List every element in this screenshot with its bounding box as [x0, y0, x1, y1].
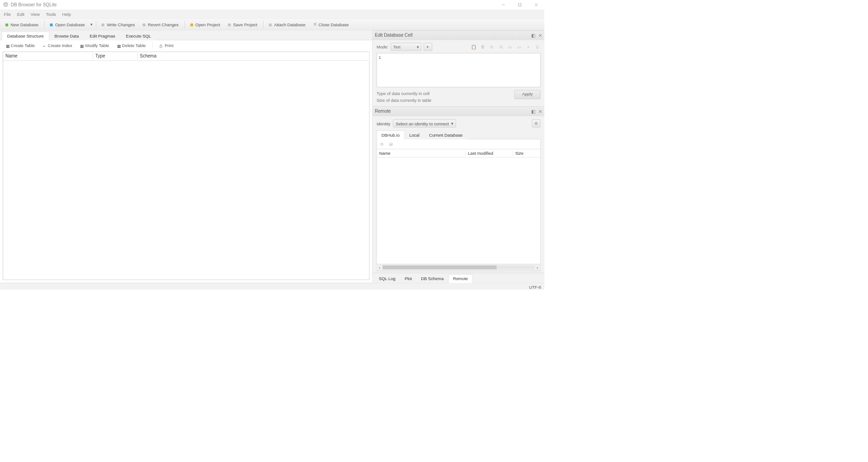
toolbar: New Database Open Database ▾ Write Chang… [0, 19, 544, 30]
toolbar-separator [152, 42, 153, 49]
remote-col-size[interactable]: Size [513, 151, 540, 156]
format-button[interactable]: ✦ [424, 43, 432, 51]
edit-cell-panel-header: Edit Database Cell ◧ ✕ [373, 30, 544, 40]
remote-tab-current-label: Current Database [429, 133, 462, 138]
column-name[interactable]: Name [3, 52, 93, 60]
toolbar-separator [96, 20, 96, 29]
write-changes-icon [102, 23, 106, 27]
create-index-button[interactable]: ⌁Create Index [39, 41, 76, 49]
column-schema[interactable]: Schema [137, 52, 369, 60]
dot-icon[interactable]: • [525, 44, 532, 49]
write-changes-button[interactable]: Write Changes [98, 20, 139, 29]
attach-database-button[interactable]: Attach Database [265, 20, 309, 29]
create-index-label: Create Index [48, 43, 72, 48]
database-icon[interactable]: ⛁ [389, 142, 393, 147]
open-project-icon [190, 23, 194, 27]
mode-select[interactable]: Text▾ [391, 43, 421, 51]
open-database-icon [50, 23, 54, 27]
remote-scrollbar[interactable]: ‹ › [377, 264, 540, 270]
right-pane: Edit Database Cell ◧ ✕ Mode: Text▾ ✦ 📋 ≣… [373, 30, 545, 283]
list-icon[interactable]: ≣ [480, 44, 486, 49]
close-panel-icon[interactable]: ✕ [538, 33, 542, 38]
close-button[interactable] [528, 0, 544, 10]
delete-table-label: Delete Table [122, 43, 146, 48]
tab-edit-pragmas-label: Edit Pragmas [90, 34, 115, 39]
table-body [3, 61, 369, 280]
bottom-tab-sql-log[interactable]: SQL Log [374, 275, 400, 283]
apply-button-label: Apply [522, 92, 533, 97]
undock-icon[interactable]: ◧ [531, 33, 535, 38]
remote-tab-current[interactable]: Current Database [424, 131, 467, 139]
save-project-label: Save Project [233, 22, 257, 27]
refresh-icon[interactable]: ⟳ [380, 142, 384, 147]
new-database-label: New Database [10, 22, 38, 27]
revert-changes-button[interactable]: Revert Changes [139, 20, 183, 29]
scroll-thumb[interactable] [382, 265, 496, 269]
menu-file[interactable]: File [1, 11, 14, 18]
remote-iconrow: ⟳ ⛁ [377, 139, 540, 149]
delete-icon: ▦ [117, 43, 121, 48]
modify-table-label: Modify Table [85, 43, 109, 48]
open-database-label: Open Database [55, 22, 85, 27]
bottom-tab-remote-label: Remote [453, 276, 468, 281]
identity-select[interactable]: Select an identity to connect▾ [393, 119, 456, 128]
monitor-icon[interactable]: ▭ [516, 44, 523, 49]
menu-edit[interactable]: Edit [14, 11, 27, 18]
open-database-dropdown[interactable]: ▾ [89, 20, 94, 29]
export-icon[interactable]: ⎘ [489, 44, 495, 49]
tab-database-structure[interactable]: Database Structure [2, 32, 49, 40]
scroll-track[interactable] [382, 265, 534, 269]
import-icon[interactable]: ⎗ [498, 44, 504, 49]
tab-execute-sql[interactable]: Execute SQL [121, 32, 156, 40]
menu-view[interactable]: View [28, 11, 42, 18]
clipboard-icon[interactable]: 📋 [471, 44, 477, 49]
delete-table-button[interactable]: ▦Delete Table [113, 41, 150, 49]
remote-tab-dbhub[interactable]: DBHub.io [377, 131, 405, 139]
printer-icon[interactable]: ⎙ [534, 44, 541, 49]
close-panel-icon[interactable]: ✕ [538, 109, 542, 114]
modify-icon: ▦ [80, 43, 84, 48]
create-table-button[interactable]: ▦Create Table [2, 41, 39, 49]
identity-settings-button[interactable]: ⚙ [532, 119, 541, 128]
remote-col-last-modified[interactable]: Last modified [466, 151, 513, 156]
bottom-tab-db-schema[interactable]: DB Schema [416, 275, 448, 283]
tab-edit-pragmas[interactable]: Edit Pragmas [84, 32, 120, 40]
menu-tools[interactable]: Tools [43, 11, 59, 18]
maximize-button[interactable] [512, 0, 528, 10]
window-controls [495, 0, 544, 10]
revert-changes-label: Revert Changes [148, 22, 179, 27]
apply-button[interactable]: Apply [514, 90, 541, 99]
close-database-button[interactable]: Close Database [310, 20, 353, 29]
tab-execute-sql-label: Execute SQL [126, 34, 151, 39]
remote-tab-local[interactable]: Local [405, 131, 425, 139]
scroll-left-icon[interactable]: ‹ [377, 265, 383, 270]
tab-browse-data[interactable]: Browse Data [49, 32, 85, 40]
image-icon[interactable]: ▭ [507, 44, 514, 49]
remote-tab-dbhub-label: DBHub.io [382, 133, 400, 138]
print-button[interactable]: ⎙Print [156, 41, 177, 49]
cell-editor-value: 1 [378, 55, 381, 60]
structure-table: Name Type Schema [3, 52, 369, 280]
bottom-tab-remote[interactable]: Remote [448, 274, 472, 283]
new-database-button[interactable]: New Database [2, 20, 42, 29]
undock-icon[interactable]: ◧ [531, 109, 535, 114]
menu-help[interactable]: Help [59, 11, 74, 18]
app-title: DB Browser for SQLite [11, 2, 57, 7]
open-project-button[interactable]: Open Project [187, 20, 224, 29]
remote-table-body [377, 157, 540, 264]
close-database-icon [313, 23, 317, 27]
remote-content: ⟳ ⛁ Name Last modified Size ‹ › [377, 139, 541, 271]
cell-editor[interactable]: 1 [377, 53, 541, 87]
edit-cell-panel-title: Edit Database Cell [375, 33, 412, 38]
print-icon: ⎙ [160, 43, 164, 48]
modify-table-button[interactable]: ▦Modify Table [76, 41, 113, 49]
bottom-tab-db-schema-label: DB Schema [421, 276, 443, 281]
remote-col-name[interactable]: Name [377, 151, 466, 156]
bottom-tab-plot[interactable]: Plot [400, 275, 416, 283]
column-type[interactable]: Type [93, 52, 137, 60]
attach-database-label: Attach Database [274, 22, 306, 27]
minimize-button[interactable] [495, 0, 511, 10]
save-project-button[interactable]: Save Project [224, 20, 261, 29]
scroll-right-icon[interactable]: › [534, 265, 540, 270]
open-database-button[interactable]: Open Database [46, 20, 89, 29]
